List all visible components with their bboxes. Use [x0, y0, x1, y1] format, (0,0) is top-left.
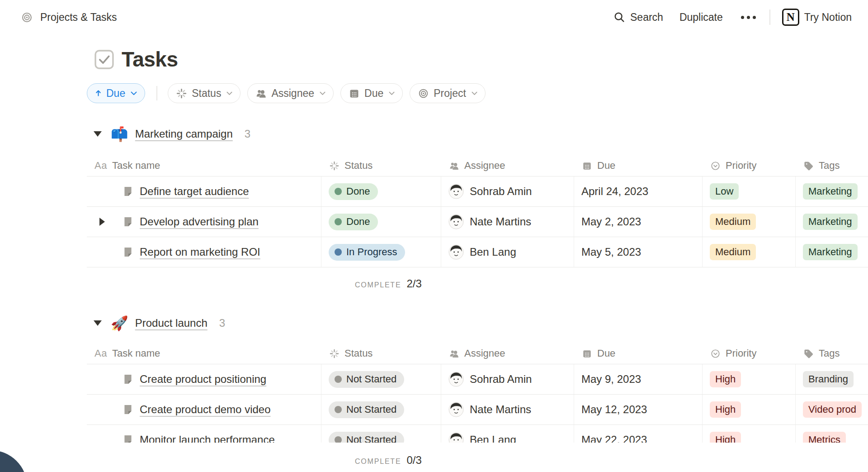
- page-icon: [122, 373, 134, 385]
- arrow-up-icon: [95, 90, 102, 97]
- due-date[interactable]: April 24, 2023: [581, 185, 648, 198]
- checkbox-icon: [94, 49, 114, 70]
- priority-badge[interactable]: Medium: [710, 244, 756, 260]
- cell-tags: Marketing: [796, 176, 868, 206]
- group-title-link[interactable]: Product launch: [135, 317, 208, 329]
- status-dot-icon: [335, 218, 342, 225]
- cell-due: May 12, 2023: [574, 395, 703, 424]
- priority-badge[interactable]: High: [710, 371, 741, 387]
- breadcrumb[interactable]: Projects & Tasks: [21, 11, 117, 24]
- complete-label: COMPLETE: [355, 281, 401, 289]
- due-date[interactable]: May 2, 2023: [581, 215, 641, 228]
- task-link[interactable]: Define target audience: [122, 185, 249, 198]
- assignee[interactable]: Nate Martins: [448, 402, 531, 417]
- status-spinner-icon: [176, 88, 187, 99]
- tag-badge[interactable]: Marketing: [803, 183, 858, 200]
- column-header-task-name[interactable]: Aa Task name: [87, 155, 321, 176]
- due-date[interactable]: May 5, 2023: [581, 246, 641, 258]
- task-link[interactable]: Create product positioning: [122, 373, 266, 386]
- group-count: 3: [219, 317, 225, 329]
- tag-badge[interactable]: Marketing: [803, 244, 858, 260]
- cell-tags: Marketing: [796, 207, 868, 237]
- target-icon: [418, 88, 429, 99]
- filter-chip-label: Status: [192, 87, 221, 100]
- search-icon: [613, 11, 625, 23]
- complete-aggregate[interactable]: COMPLETE 0/3: [355, 454, 422, 467]
- filter-chip-status[interactable]: Status: [168, 83, 241, 103]
- filter-chip-label: Assignee: [271, 87, 314, 100]
- topbar-actions: Search Duplicate N Try Notion: [613, 9, 852, 26]
- column-header-tags[interactable]: Tags: [796, 343, 868, 364]
- tag-badge[interactable]: Branding: [803, 371, 854, 387]
- column-header-task-name[interactable]: Aa Task name: [87, 343, 321, 364]
- column-header-due[interactable]: Due: [574, 155, 703, 176]
- column-header-tags[interactable]: Tags: [796, 155, 868, 176]
- select-circle-icon: [710, 348, 721, 359]
- cell-tags: Marketing: [796, 237, 868, 267]
- text-type-icon: Aa: [94, 160, 107, 172]
- cell-assignee: Sohrab Amin: [441, 364, 574, 394]
- search-button[interactable]: Search: [613, 11, 663, 24]
- due-date[interactable]: May 12, 2023: [581, 403, 647, 416]
- filter-chip-project[interactable]: Project: [410, 83, 486, 103]
- task-link[interactable]: Create product demo video: [122, 403, 271, 416]
- column-header-priority[interactable]: Priority: [703, 155, 796, 176]
- page-icon: [122, 186, 134, 197]
- cell-task-name: Report on marketing ROI: [87, 237, 321, 267]
- filter-chip-label: Project: [434, 87, 466, 100]
- cell-task-name: Create product positioning: [87, 364, 321, 394]
- column-header-assignee[interactable]: Assignee: [441, 343, 574, 364]
- priority-badge[interactable]: Low: [710, 183, 739, 200]
- filter-chip-due[interactable]: Due: [340, 83, 403, 103]
- filter-chip-assignee[interactable]: Assignee: [247, 83, 334, 103]
- column-header-assignee[interactable]: Assignee: [441, 155, 574, 176]
- cell-priority: Low: [703, 176, 796, 206]
- breadcrumb-label: Projects & Tasks: [40, 11, 117, 24]
- sort-chip-due[interactable]: Due: [87, 83, 145, 103]
- assignee[interactable]: Sohrab Amin: [448, 372, 532, 387]
- status-spinner-icon: [329, 348, 340, 359]
- calendar-icon: [582, 348, 592, 359]
- view-toolbar: Due Status Assignee Due Project: [87, 83, 486, 103]
- column-header-status[interactable]: Status: [321, 155, 441, 176]
- collapse-toggle-icon[interactable]: [94, 131, 102, 137]
- collapse-toggle-icon[interactable]: [94, 320, 102, 326]
- more-options-button[interactable]: [739, 16, 758, 19]
- complete-aggregate[interactable]: COMPLETE 2/3: [355, 277, 422, 290]
- cell-status: Done: [321, 176, 441, 206]
- priority-badge[interactable]: Medium: [710, 214, 756, 230]
- tag-badge[interactable]: Marketing: [803, 214, 858, 230]
- table-header-row: Aa Task name Status Assignee Due Priorit…: [87, 343, 868, 364]
- status-badge[interactable]: Not Started: [329, 371, 404, 388]
- avatar: [448, 244, 464, 260]
- try-notion-button[interactable]: N Try Notion: [782, 9, 852, 26]
- avatar: [448, 402, 464, 417]
- tag-badge[interactable]: Video prod: [803, 401, 862, 418]
- assignee[interactable]: Sohrab Amin: [448, 184, 532, 199]
- assignee[interactable]: Ben Lang: [448, 244, 516, 260]
- assignee[interactable]: Nate Martins: [448, 214, 531, 229]
- sort-chip-label: Due: [106, 87, 125, 100]
- status-badge[interactable]: Done: [329, 214, 378, 230]
- priority-badge[interactable]: High: [710, 401, 741, 418]
- status-badge[interactable]: In Progress: [329, 244, 405, 261]
- group-title-link[interactable]: Marketing campaign: [135, 128, 233, 140]
- column-header-status[interactable]: Status: [321, 343, 441, 364]
- task-link[interactable]: Develop advertising plan: [122, 215, 259, 228]
- status-badge[interactable]: Not Started: [329, 401, 404, 418]
- page-icon: [122, 216, 134, 228]
- column-header-due[interactable]: Due: [574, 343, 703, 364]
- select-circle-icon: [710, 161, 721, 171]
- due-date[interactable]: May 9, 2023: [581, 373, 641, 386]
- table-header-row: Aa Task name Status Assignee Due Priorit…: [87, 155, 868, 176]
- group-header-product-launch: 🚀 Product launch 3: [87, 313, 225, 333]
- cell-assignee: Sohrab Amin: [441, 176, 574, 206]
- status-badge[interactable]: Done: [329, 183, 378, 200]
- cell-status: Not Started: [321, 364, 441, 394]
- column-header-priority[interactable]: Priority: [703, 343, 796, 364]
- task-link[interactable]: Report on marketing ROI: [122, 246, 260, 258]
- duplicate-button[interactable]: Duplicate: [679, 11, 723, 24]
- status-dot-icon: [335, 248, 342, 256]
- mailbox-emoji-icon: 📫: [111, 127, 128, 141]
- expand-toggle-icon[interactable]: [99, 218, 105, 226]
